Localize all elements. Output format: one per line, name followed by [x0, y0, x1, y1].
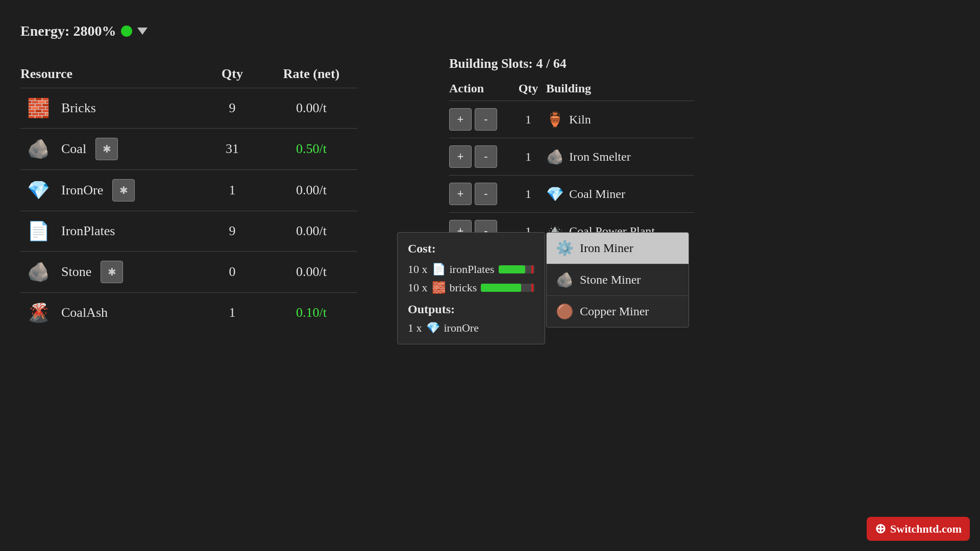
stone-name: Stone ✱ [56, 261, 199, 283]
qty-col-header2: Qty [510, 82, 546, 95]
stone-qty: 0 [199, 264, 265, 280]
energy-dropdown-button[interactable] [137, 28, 148, 35]
building-row-iron-smelter: + - 1 🪨 Iron Smelter [449, 138, 694, 175]
dropdown-item-copper-miner[interactable]: 🟤 Copper Miner [547, 296, 689, 327]
bricks-name: Bricks [56, 101, 199, 116]
cost-ironplates-bar-fill [499, 265, 526, 273]
resource-row-bricks: 🧱 Bricks 9 0.00/t [20, 88, 357, 128]
building-table-header: Action Qty Building [449, 82, 694, 101]
iron-miner-icon: ⚙️ [556, 240, 574, 257]
ironore-name: IronOre ✱ [56, 179, 199, 202]
stone-miner-icon: 🪨 [556, 271, 574, 288]
coalash-icon: 🌋 [20, 302, 56, 323]
cost-bricks-name: bricks [450, 281, 477, 294]
output-ironore-qty: 1 x [408, 321, 422, 335]
cost-row-ironplates: 10 x 📄 ironPlates [408, 263, 534, 276]
coal-miner-label: Coal Miner [569, 187, 625, 201]
building-col-header: Building [546, 82, 694, 95]
energy-label: Energy: 2800% [20, 23, 116, 39]
ironore-rate: 0.00/t [265, 183, 357, 198]
qty-col-header: Qty [199, 66, 265, 82]
kiln-icon: 🏺 [546, 111, 564, 128]
kiln-label: Kiln [569, 113, 591, 127]
cost-bricks-bar-marker [531, 284, 533, 292]
dropdown-item-stone-miner[interactable]: 🪨 Stone Miner [547, 264, 689, 296]
coal-rate: 0.50/t [265, 141, 357, 157]
iron-smelter-remove-button[interactable]: - [475, 145, 497, 168]
resources-table-header: Resource Qty Rate (net) [20, 66, 357, 88]
copper-miner-icon: 🟤 [556, 303, 574, 320]
cost-bricks-icon: 🧱 [432, 281, 446, 294]
iron-smelter-qty: 1 [510, 150, 546, 164]
copper-miner-label: Copper Miner [580, 305, 649, 318]
kiln-name-cell: 🏺 Kiln [546, 111, 694, 128]
switch-badge-text: Switchntd.com [890, 522, 962, 536]
stone-rate: 0.00/t [265, 264, 357, 280]
stone-miner-label: Stone Miner [580, 273, 641, 287]
rate-col-header: Rate (net) [265, 66, 357, 82]
iron-smelter-label: Iron Smelter [569, 150, 631, 164]
coal-miner-remove-button[interactable]: - [475, 183, 497, 205]
ironore-pin-button[interactable]: ✱ [112, 179, 135, 202]
buildings-section: Building Slots: 4 / 64 Action Qty Buildi… [449, 56, 694, 249]
energy-bar: Energy: 2800% [20, 23, 148, 39]
resource-row-ironplates: 📄 IronPlates 9 0.00/t [20, 211, 357, 251]
kiln-add-button[interactable]: + [449, 108, 472, 131]
ironplates-rate: 0.00/t [265, 223, 357, 239]
switch-logo-icon: ⊕ [875, 521, 886, 537]
iron-miner-label: Iron Miner [580, 241, 633, 255]
cost-bricks-qty: 10 x [408, 281, 428, 294]
ironore-qty: 1 [199, 183, 265, 198]
iron-smelter-icon: 🪨 [546, 148, 564, 165]
building-dropdown: ⚙️ Iron Miner 🪨 Stone Miner 🟤 Copper Min… [546, 232, 689, 328]
kiln-remove-button[interactable]: - [475, 108, 497, 131]
iron-smelter-actions: + - [449, 145, 510, 168]
cost-row-bricks: 10 x 🧱 bricks [408, 281, 534, 294]
resources-section: Resource Qty Rate (net) 🧱 Bricks 9 0.00/… [20, 66, 357, 333]
action-col-header: Action [449, 82, 510, 95]
kiln-actions: + - [449, 108, 510, 131]
resource-row-coal: 🪨 Coal ✱ 31 0.50/t [20, 128, 357, 169]
bricks-icon: 🧱 [20, 97, 56, 119]
building-row-coal-miner: + - 1 💎 Coal Miner [449, 175, 694, 212]
cost-ironplates-name: ironPlates [450, 263, 495, 276]
cost-ironplates-bar [499, 265, 535, 273]
resource-row-ironore: 💎 IronOre ✱ 1 0.00/t [20, 169, 357, 211]
cost-ironplates-icon: 📄 [432, 263, 446, 276]
resource-row-stone: 🪨 Stone ✱ 0 0.00/t [20, 251, 357, 292]
resource-row-coalash: 🌋 CoalAsh 1 0.10/t [20, 292, 357, 333]
switch-badge: ⊕ Switchntd.com [867, 517, 970, 541]
ironplates-name: IronPlates [56, 223, 199, 239]
coal-icon: 🪨 [20, 138, 56, 160]
building-slots-title: Building Slots: 4 / 64 [449, 56, 694, 71]
stone-icon: 🪨 [20, 261, 56, 283]
stone-pin-button[interactable]: ✱ [101, 261, 123, 283]
bricks-rate: 0.00/t [265, 101, 357, 116]
cost-ironplates-bar-marker [531, 265, 533, 273]
cost-title: Cost: [408, 242, 534, 256]
cost-panel: Cost: 10 x 📄 ironPlates 10 x 🧱 bricks Ou… [397, 232, 545, 344]
ironplates-icon: 📄 [20, 220, 56, 242]
coalash-rate: 0.10/t [265, 305, 357, 320]
dropdown-item-iron-miner[interactable]: ⚙️ Iron Miner [547, 233, 689, 264]
coal-qty: 31 [199, 141, 265, 157]
cost-bricks-bar [481, 284, 534, 292]
coalash-name: CoalAsh [56, 305, 199, 320]
bricks-qty: 9 [199, 101, 265, 116]
building-row-kiln: + - 1 🏺 Kiln [449, 101, 694, 138]
kiln-qty: 1 [510, 113, 546, 127]
iron-smelter-name-cell: 🪨 Iron Smelter [546, 148, 694, 165]
coalash-qty: 1 [199, 305, 265, 320]
cost-ironplates-qty: 10 x [408, 263, 428, 276]
output-ironore-icon: 💎 [426, 321, 440, 335]
iron-smelter-add-button[interactable]: + [449, 145, 472, 168]
resource-col-header: Resource [20, 66, 199, 82]
coal-miner-name-cell: 💎 Coal Miner [546, 186, 694, 203]
energy-status-dot [121, 26, 132, 37]
cost-bricks-bar-fill [481, 284, 521, 292]
coal-miner-icon: 💎 [546, 186, 564, 203]
coal-miner-actions: + - [449, 183, 510, 205]
coal-pin-button[interactable]: ✱ [95, 138, 118, 160]
coal-name: Coal ✱ [56, 138, 199, 160]
coal-miner-add-button[interactable]: + [449, 183, 472, 205]
